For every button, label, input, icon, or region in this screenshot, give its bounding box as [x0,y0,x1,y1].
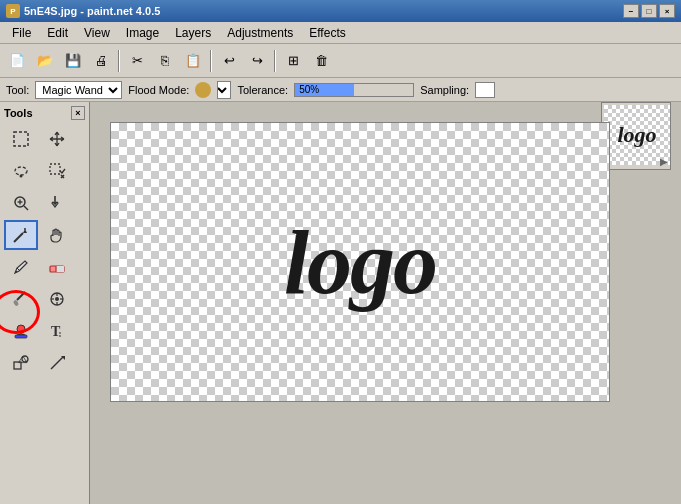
new-button[interactable]: 📄 [4,48,30,74]
canvas-checker[interactable]: logo [110,122,610,402]
tool-pencil[interactable] [4,252,38,282]
tool-zoom[interactable] [4,188,38,218]
svg-rect-3 [50,164,60,174]
svg-point-14 [55,297,59,301]
save-button[interactable]: 💾 [60,48,86,74]
tool-hand[interactable] [40,220,74,250]
tools-panel-title: Tools [4,107,33,119]
window-controls: − □ × [623,4,675,18]
tool-line[interactable] [40,348,74,378]
menu-edit[interactable]: Edit [39,24,76,42]
tool-pan[interactable] [40,188,74,218]
svg-rect-0 [14,132,28,146]
undo-button[interactable]: ↩ [216,48,242,74]
delete-button[interactable]: 🗑 [308,48,334,74]
canvas-logo-text: logo [284,211,436,314]
tool-text[interactable]: T [40,316,74,346]
tools-panel-header: Tools × [4,106,85,120]
tool-brush[interactable] [4,284,38,314]
minimize-button[interactable]: − [623,4,639,18]
menu-layers[interactable]: Layers [167,24,219,42]
grid-button[interactable]: ⊞ [280,48,306,74]
canvas-area[interactable]: logo ▶ logo [90,102,681,504]
menu-view[interactable]: View [76,24,118,42]
cut-button[interactable]: ✂ [124,48,150,74]
svg-point-8 [24,228,26,230]
tool-label: Tool: [6,84,29,96]
menu-adjustments[interactable]: Adjustments [219,24,301,42]
tool-shapes[interactable] [4,348,38,378]
tool-move-selection[interactable] [40,156,74,186]
main-area: Tools × [0,102,681,504]
tool-lasso[interactable] [4,156,38,186]
thumbnail-arrow-icon: ▶ [660,156,668,167]
print-button[interactable]: 🖨 [88,48,114,74]
copy-button[interactable]: ⎘ [152,48,178,74]
svg-rect-23 [14,362,21,369]
close-button[interactable]: × [659,4,675,18]
tools-panel: Tools × [0,102,90,504]
svg-point-2 [20,175,23,178]
menu-effects[interactable]: Effects [301,24,353,42]
menu-bar: File Edit View Image Layers Adjustments … [0,22,681,44]
flood-mode-select[interactable] [217,81,231,99]
tool-options-bar: Tool: Magic Wand Flood Mode: Tolerance: … [0,78,681,102]
sep1 [118,50,120,72]
svg-line-26 [51,357,63,369]
svg-rect-10 [56,266,64,272]
sampling-label: Sampling: [420,84,469,96]
tools-panel-close[interactable]: × [71,106,85,120]
window-title: 5nE4S.jpg - paint.net 4.0.5 [24,5,623,17]
redo-button[interactable]: ↪ [244,48,270,74]
tolerance-label: Tolerance: [237,84,288,96]
sep3 [274,50,276,72]
thumbnail-logo-text: logo [617,122,656,148]
sep2 [210,50,212,72]
thumbnail-panel: logo ▶ [601,102,671,170]
menu-image[interactable]: Image [118,24,167,42]
svg-point-1 [15,167,27,175]
maximize-button[interactable]: □ [641,4,657,18]
tool-grid: T [4,124,85,378]
sampling-box[interactable] [475,82,495,98]
title-bar: P 5nE4S.jpg - paint.net 4.0.5 − □ × [0,0,681,22]
flood-mode-label: Flood Mode: [128,84,189,96]
svg-rect-20 [15,335,27,338]
menu-file[interactable]: File [4,24,39,42]
paste-button[interactable]: 📋 [180,48,206,74]
tool-rectangle-select[interactable] [4,124,38,154]
svg-point-19 [17,325,25,333]
tolerance-bar[interactable]: 50% [294,83,414,97]
flood-mode-icon [195,82,211,98]
open-button[interactable]: 📂 [32,48,58,74]
tool-eraser[interactable] [40,252,74,282]
tool-magic-wand[interactable] [4,220,38,250]
tool-move[interactable] [40,124,74,154]
svg-point-12 [13,299,19,306]
canvas-container: logo [110,122,610,402]
main-toolbar: 📄 📂 💾 🖨 ✂ ⎘ 📋 ↩ ↪ ⊞ 🗑 [0,44,681,78]
tool-clone[interactable] [40,284,74,314]
app-icon: P [6,4,20,18]
tool-dropdown[interactable]: Magic Wand [35,81,122,99]
tool-recolor[interactable] [4,316,38,346]
tolerance-value: 50% [299,84,319,95]
svg-line-5 [24,206,28,210]
